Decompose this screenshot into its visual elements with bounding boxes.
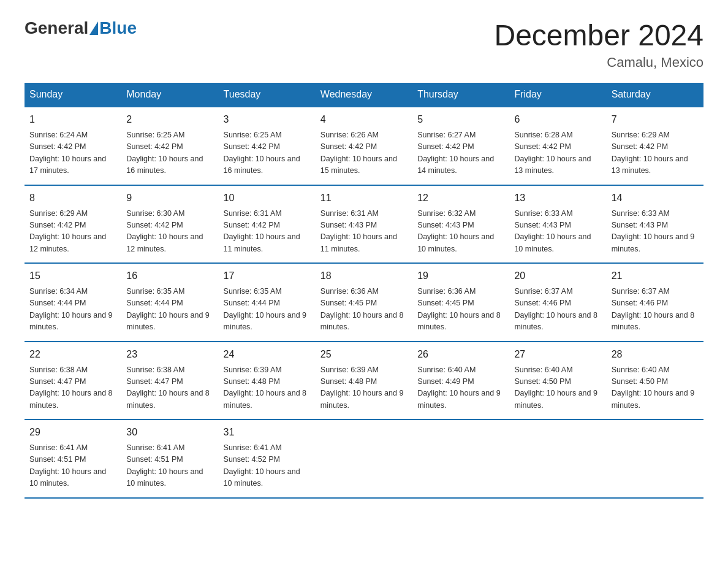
- calendar-day-cell: 5Sunrise: 6:27 AMSunset: 4:42 PMDaylight…: [412, 107, 509, 185]
- calendar-day-cell: 3Sunrise: 6:25 AMSunset: 4:42 PMDaylight…: [219, 107, 316, 185]
- calendar-day-cell: 26Sunrise: 6:40 AMSunset: 4:49 PMDayligh…: [412, 342, 509, 420]
- calendar-day-cell: 9Sunrise: 6:30 AMSunset: 4:42 PMDaylight…: [121, 185, 218, 264]
- day-info: Sunrise: 6:34 AMSunset: 4:44 PMDaylight:…: [29, 286, 116, 334]
- day-number: 9: [126, 191, 213, 205]
- day-number: 22: [29, 347, 116, 362]
- header-sunday: Sunday: [25, 83, 121, 107]
- day-number: 12: [417, 191, 504, 205]
- day-info: Sunrise: 6:37 AMSunset: 4:46 PMDaylight:…: [514, 286, 601, 334]
- day-info: Sunrise: 6:38 AMSunset: 4:47 PMDaylight:…: [126, 364, 213, 412]
- calendar-table: SundayMondayTuesdayWednesdayThursdayFrid…: [25, 83, 703, 499]
- calendar-day-cell: 13Sunrise: 6:33 AMSunset: 4:43 PMDayligh…: [509, 185, 606, 264]
- calendar-day-cell: 29Sunrise: 6:41 AMSunset: 4:51 PMDayligh…: [25, 419, 121, 498]
- calendar-week-row: 15Sunrise: 6:34 AMSunset: 4:44 PMDayligh…: [25, 263, 703, 342]
- day-number: 16: [126, 269, 213, 283]
- day-info: Sunrise: 6:41 AMSunset: 4:51 PMDaylight:…: [126, 442, 213, 490]
- day-number: 20: [514, 269, 601, 283]
- day-number: 31: [224, 425, 311, 440]
- day-info: Sunrise: 6:38 AMSunset: 4:47 PMDaylight:…: [29, 364, 116, 412]
- calendar-day-cell: 25Sunrise: 6:39 AMSunset: 4:48 PMDayligh…: [316, 342, 412, 420]
- day-info: Sunrise: 6:25 AMSunset: 4:42 PMDaylight:…: [126, 129, 213, 177]
- calendar-day-cell: 20Sunrise: 6:37 AMSunset: 4:46 PMDayligh…: [509, 263, 606, 342]
- logo-triangle-icon: [89, 21, 98, 35]
- day-info: Sunrise: 6:39 AMSunset: 4:48 PMDaylight:…: [320, 364, 408, 412]
- logo: General Blue: [25, 18, 137, 38]
- day-info: Sunrise: 6:35 AMSunset: 4:44 PMDaylight:…: [126, 286, 213, 334]
- day-info: Sunrise: 6:39 AMSunset: 4:48 PMDaylight:…: [224, 364, 311, 412]
- calendar-day-cell: 10Sunrise: 6:31 AMSunset: 4:42 PMDayligh…: [219, 185, 316, 264]
- calendar-day-cell: 15Sunrise: 6:34 AMSunset: 4:44 PMDayligh…: [25, 263, 121, 342]
- day-number: 25: [320, 347, 408, 362]
- header-tuesday: Tuesday: [219, 83, 316, 107]
- day-info: Sunrise: 6:40 AMSunset: 4:50 PMDaylight:…: [612, 364, 699, 412]
- day-info: Sunrise: 6:28 AMSunset: 4:42 PMDaylight:…: [514, 129, 601, 177]
- day-number: 23: [126, 347, 213, 362]
- day-number: 18: [320, 269, 408, 283]
- calendar-day-cell: 27Sunrise: 6:40 AMSunset: 4:50 PMDayligh…: [509, 342, 606, 420]
- month-title: December 2024: [494, 18, 703, 52]
- calendar-day-cell: 30Sunrise: 6:41 AMSunset: 4:51 PMDayligh…: [121, 419, 218, 498]
- day-info: Sunrise: 6:41 AMSunset: 4:52 PMDaylight:…: [224, 442, 311, 490]
- calendar-day-cell: [412, 419, 509, 498]
- day-info: Sunrise: 6:35 AMSunset: 4:44 PMDaylight:…: [224, 286, 311, 334]
- day-info: Sunrise: 6:40 AMSunset: 4:50 PMDaylight:…: [514, 364, 601, 412]
- day-number: 17: [224, 269, 311, 283]
- day-info: Sunrise: 6:36 AMSunset: 4:45 PMDaylight:…: [320, 286, 408, 334]
- day-info: Sunrise: 6:31 AMSunset: 4:43 PMDaylight:…: [320, 208, 408, 256]
- calendar-week-row: 22Sunrise: 6:38 AMSunset: 4:47 PMDayligh…: [25, 342, 703, 420]
- calendar-day-cell: [316, 419, 412, 498]
- day-info: Sunrise: 6:29 AMSunset: 4:42 PMDaylight:…: [612, 129, 699, 177]
- day-number: 1: [29, 112, 116, 127]
- calendar-day-cell: 18Sunrise: 6:36 AMSunset: 4:45 PMDayligh…: [316, 263, 412, 342]
- day-number: 6: [514, 112, 601, 127]
- day-number: 21: [612, 269, 699, 283]
- day-number: 15: [29, 269, 116, 283]
- day-number: 5: [417, 112, 504, 127]
- calendar-day-cell: 28Sunrise: 6:40 AMSunset: 4:50 PMDayligh…: [607, 342, 703, 420]
- calendar-day-cell: 24Sunrise: 6:39 AMSunset: 4:48 PMDayligh…: [219, 342, 316, 420]
- day-info: Sunrise: 6:33 AMSunset: 4:43 PMDaylight:…: [612, 208, 699, 256]
- page-header: General Blue December 2024 Camalu, Mexic…: [25, 18, 703, 71]
- day-number: 27: [514, 347, 601, 362]
- day-info: Sunrise: 6:26 AMSunset: 4:42 PMDaylight:…: [320, 129, 408, 177]
- day-info: Sunrise: 6:27 AMSunset: 4:42 PMDaylight:…: [417, 129, 504, 177]
- day-info: Sunrise: 6:37 AMSunset: 4:46 PMDaylight:…: [612, 286, 699, 334]
- day-number: 29: [29, 425, 116, 440]
- calendar-day-cell: 2Sunrise: 6:25 AMSunset: 4:42 PMDaylight…: [121, 107, 218, 185]
- day-number: 26: [417, 347, 504, 362]
- title-area: December 2024 Camalu, Mexico: [494, 18, 703, 71]
- day-info: Sunrise: 6:36 AMSunset: 4:45 PMDaylight:…: [417, 286, 504, 334]
- calendar-week-row: 1Sunrise: 6:24 AMSunset: 4:42 PMDaylight…: [25, 107, 703, 185]
- calendar-day-cell: 31Sunrise: 6:41 AMSunset: 4:52 PMDayligh…: [219, 419, 316, 498]
- calendar-day-cell: 12Sunrise: 6:32 AMSunset: 4:43 PMDayligh…: [412, 185, 509, 264]
- calendar-day-cell: 6Sunrise: 6:28 AMSunset: 4:42 PMDaylight…: [509, 107, 606, 185]
- location: Camalu, Mexico: [494, 55, 703, 71]
- day-info: Sunrise: 6:33 AMSunset: 4:43 PMDaylight:…: [514, 208, 601, 256]
- day-info: Sunrise: 6:31 AMSunset: 4:42 PMDaylight:…: [224, 208, 311, 256]
- day-number: 14: [612, 191, 699, 205]
- calendar-day-cell: [509, 419, 606, 498]
- day-info: Sunrise: 6:41 AMSunset: 4:51 PMDaylight:…: [29, 442, 116, 490]
- calendar-header-row: SundayMondayTuesdayWednesdayThursdayFrid…: [25, 83, 703, 107]
- calendar-day-cell: 21Sunrise: 6:37 AMSunset: 4:46 PMDayligh…: [607, 263, 703, 342]
- calendar-day-cell: 14Sunrise: 6:33 AMSunset: 4:43 PMDayligh…: [607, 185, 703, 264]
- calendar-day-cell: 4Sunrise: 6:26 AMSunset: 4:42 PMDaylight…: [316, 107, 412, 185]
- day-number: 4: [320, 112, 408, 127]
- day-number: 19: [417, 269, 504, 283]
- calendar-day-cell: 8Sunrise: 6:29 AMSunset: 4:42 PMDaylight…: [25, 185, 121, 264]
- day-number: 30: [126, 425, 213, 440]
- calendar-day-cell: [607, 419, 703, 498]
- logo-blue-text: Blue: [99, 18, 137, 38]
- day-number: 2: [126, 112, 213, 127]
- calendar-week-row: 29Sunrise: 6:41 AMSunset: 4:51 PMDayligh…: [25, 419, 703, 498]
- calendar-week-row: 8Sunrise: 6:29 AMSunset: 4:42 PMDaylight…: [25, 185, 703, 264]
- calendar-day-cell: 22Sunrise: 6:38 AMSunset: 4:47 PMDayligh…: [25, 342, 121, 420]
- calendar-day-cell: 23Sunrise: 6:38 AMSunset: 4:47 PMDayligh…: [121, 342, 218, 420]
- day-info: Sunrise: 6:30 AMSunset: 4:42 PMDaylight:…: [126, 208, 213, 256]
- day-info: Sunrise: 6:32 AMSunset: 4:43 PMDaylight:…: [417, 208, 504, 256]
- calendar-day-cell: 19Sunrise: 6:36 AMSunset: 4:45 PMDayligh…: [412, 263, 509, 342]
- day-number: 11: [320, 191, 408, 205]
- day-number: 8: [29, 191, 116, 205]
- calendar-day-cell: 7Sunrise: 6:29 AMSunset: 4:42 PMDaylight…: [607, 107, 703, 185]
- header-monday: Monday: [121, 83, 218, 107]
